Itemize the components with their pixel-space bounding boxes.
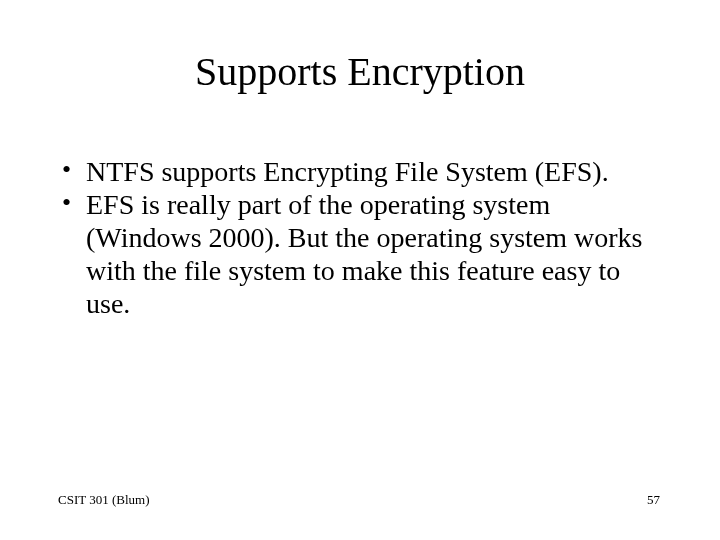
bullet-item: NTFS supports Encrypting File System (EF…	[58, 155, 660, 188]
slide-title: Supports Encryption	[0, 48, 720, 95]
slide: Supports Encryption NTFS supports Encryp…	[0, 0, 720, 540]
bullet-item: EFS is really part of the operating syst…	[58, 188, 660, 320]
footer-page-number: 57	[647, 492, 660, 508]
footer-course: CSIT 301 (Blum)	[58, 492, 150, 508]
slide-content: NTFS supports Encrypting File System (EF…	[58, 155, 660, 320]
bullet-list: NTFS supports Encrypting File System (EF…	[58, 155, 660, 320]
